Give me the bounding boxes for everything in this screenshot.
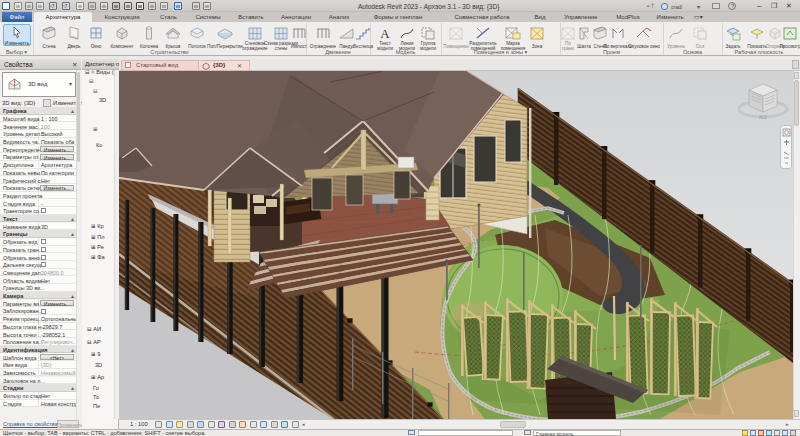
- svg-text:A: A: [380, 26, 390, 41]
- svg-text:ЮЗ: ЮЗ: [759, 115, 767, 120]
